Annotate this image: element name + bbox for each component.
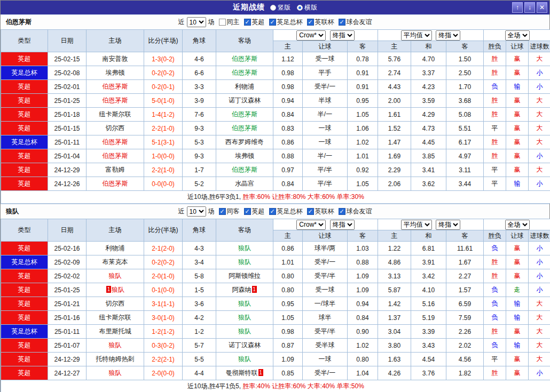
- league-checkbox-friendly[interactable]: 球会友谊: [339, 18, 372, 27]
- score: 1-0(0-0): [144, 149, 183, 163]
- league-badge: 英超: [1, 94, 48, 108]
- move-up-button[interactable]: ↑: [512, 2, 523, 13]
- team-name: 纽卡斯尔联: [99, 110, 131, 118]
- col-header-date: 日期: [48, 219, 87, 242]
- away-team-cell: 诺丁汉森林: [216, 94, 273, 108]
- league-badge: 英足总杯: [1, 255, 48, 269]
- col-header-home: 主场: [87, 219, 144, 242]
- league-badge: 英超: [1, 122, 48, 135]
- average-select[interactable]: 平均值: [401, 220, 432, 230]
- recent-count-select[interactable]: 10: [187, 206, 206, 217]
- result-handicap: 输: [506, 339, 529, 353]
- league-badge: 英超: [1, 177, 48, 191]
- home-team-cell: 切尔西: [87, 122, 144, 135]
- average-select[interactable]: 平均值: [401, 30, 432, 41]
- score: 2-2(2-1): [144, 353, 183, 366]
- avg-away-odds: 2.26: [446, 325, 484, 339]
- league-checkbox-facup[interactable]: 英足总杯: [269, 18, 303, 27]
- scope-select[interactable]: 全场: [505, 220, 530, 230]
- result-win-draw-loss: 负: [484, 311, 506, 325]
- league-checkbox-friendly[interactable]: 球会友谊: [339, 207, 372, 216]
- layout-radio-vertical[interactable]: 竖版: [270, 3, 290, 12]
- league-badge: 英足总杯: [1, 135, 48, 149]
- handicap-line: 半/一: [303, 149, 348, 163]
- team-name: 伯恩茅斯: [232, 55, 257, 62]
- result-goals: 大: [529, 52, 550, 66]
- handicap-home-odds: 0.98: [273, 80, 303, 94]
- avg-draw-odds: 4.73: [411, 122, 446, 135]
- handicap-line: 一球: [303, 135, 348, 149]
- team-name: 阿斯顿维拉: [229, 272, 261, 279]
- handicap-home-odds: 1.01: [273, 255, 303, 269]
- handicap-stage-select[interactable]: 终指: [330, 220, 355, 230]
- team-name: 狼队: [238, 300, 251, 307]
- avg-home-odds: 2.06: [378, 177, 411, 191]
- league-label: 英联杯: [315, 18, 334, 27]
- bookmaker-select[interactable]: Crow*: [296, 220, 326, 230]
- avg-away-odds: 7.59: [446, 311, 484, 325]
- scope-select[interactable]: 全场: [505, 30, 530, 41]
- home-team-cell: 纽卡斯尔联: [87, 108, 144, 122]
- match-date: 25-01-15: [48, 122, 87, 135]
- match-row: 英超25-02-15南安普敦1-3(0-2)4-6伯恩茅斯1.12受一球0.78…: [1, 52, 550, 66]
- handicap-home-odds: 0.80: [273, 283, 303, 297]
- corner-score: 5-5: [183, 353, 216, 366]
- col-header-corner: 角球: [183, 219, 216, 242]
- games-label: 场: [208, 207, 215, 216]
- layout-radio-horizontal[interactable]: 横版: [297, 3, 317, 12]
- move-down-button[interactable]: ↓: [524, 2, 535, 13]
- sub-header-avg-home: 主: [378, 230, 411, 242]
- team-title: 伯恩茅斯: [6, 18, 32, 27]
- league-badge: 英超: [1, 353, 48, 366]
- league-checkbox-epl[interactable]: 英超: [244, 207, 265, 216]
- league-checkbox-eflcup[interactable]: 英联杯: [307, 207, 334, 216]
- sub-header-avg-away: 客: [446, 41, 484, 52]
- result-handicap: 赢: [506, 242, 529, 255]
- scope-header-cell: 全场: [484, 30, 550, 41]
- corner-score: 7-6: [183, 108, 216, 122]
- games-label: 场: [208, 18, 215, 27]
- league-checkbox-facup[interactable]: 英足总杯: [269, 207, 303, 216]
- away-team-cell: 狼队: [216, 242, 273, 255]
- result-handicap: 赢: [506, 163, 529, 177]
- result-win-draw-loss: 胜: [484, 94, 506, 108]
- avg-draw-odds: 3.85: [411, 149, 446, 163]
- result-win-draw-loss: 胜: [484, 325, 506, 339]
- handicap-line: 平手: [303, 66, 348, 80]
- score: 0-1(0-0): [144, 283, 183, 297]
- handicap-home-odds: 0.88: [273, 149, 303, 163]
- filter-bar: 近 10 场 同主 英超 英足总杯 英联杯: [1, 17, 549, 27]
- layout-radio-horizontal-label: 横版: [304, 3, 317, 12]
- handicap-away-odds: 1.09: [348, 283, 378, 297]
- match-date: 25-02-09: [48, 255, 87, 269]
- avg-away-odds: 6.17: [446, 135, 484, 149]
- league-checkbox-epl[interactable]: 英超: [244, 18, 265, 27]
- team-name: 狼队: [238, 327, 251, 335]
- same-venue-checkbox[interactable]: 同主: [219, 18, 240, 27]
- corner-score: 3-4: [183, 255, 216, 269]
- away-team-cell: 西布罗姆维奇: [216, 135, 273, 149]
- result-goals: 小: [529, 80, 550, 94]
- average-stage-select[interactable]: 终指: [436, 30, 460, 41]
- league-label: 球会友谊: [347, 207, 372, 216]
- score: 0-0(0-0): [144, 177, 183, 191]
- match-row: 英超24-12-29托特纳姆热刺2-2(2-1)5-5狼队1.09一球0.801…: [1, 353, 550, 366]
- league-checkbox-eflcup[interactable]: 英联杯: [307, 18, 334, 27]
- avg-away-odds: 1.67: [446, 255, 484, 269]
- red-card-badge: 1: [106, 286, 111, 293]
- handicap-line: 受一球: [303, 283, 348, 297]
- team-name: 伯恩茅斯: [103, 180, 128, 187]
- handicap-line: 受平/半: [303, 269, 348, 283]
- handicap-stage-select[interactable]: 终指: [330, 30, 355, 41]
- match-date: 25-01-11: [48, 325, 87, 339]
- recent-count-select[interactable]: 10: [187, 17, 206, 27]
- handicap-away-odds: 0.92: [348, 163, 378, 177]
- away-team-cell: 伯恩茅斯: [216, 122, 273, 135]
- bookmaker-select[interactable]: Crow*: [296, 30, 326, 41]
- avg-home-odds: 1.69: [378, 149, 411, 163]
- result-goals: 小: [529, 283, 550, 297]
- same-venue-checkbox[interactable]: 同客: [219, 207, 240, 216]
- close-button[interactable]: ✕: [537, 2, 547, 13]
- average-stage-select[interactable]: 终指: [436, 220, 460, 230]
- away-team-cell: 阿斯顿维拉: [216, 269, 273, 283]
